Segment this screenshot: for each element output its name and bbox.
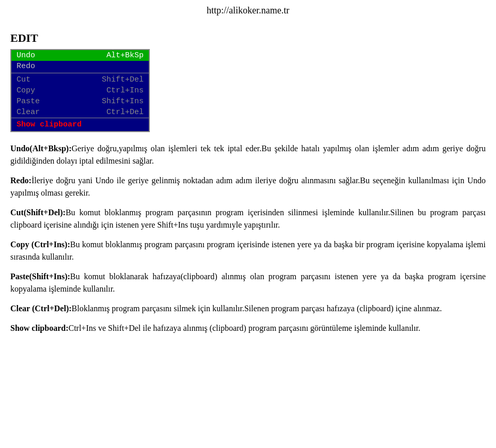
clear-bold: Clear (Ctrl+Del):: [10, 304, 72, 313]
menu-item-clear-label: Clear: [17, 108, 40, 117]
paragraph-redo: Redo:İleriye doğru yani Undo ile geriye …: [10, 174, 486, 199]
undo-text: Geriye doğru,yapılmış olan işlemleri tek…: [10, 144, 486, 165]
show-clipboard-text: Ctrl+Ins ve Shift+Del ile hafızaya alınm…: [68, 324, 420, 332]
copy-text: Bu komut bloklanmış program parçasını pr…: [10, 240, 486, 261]
menu-box[interactable]: Undo Alt+BkSp Redo Cut Shift+Del Copy Ct…: [10, 49, 150, 132]
menu-item-copy-shortcut: Ctrl+Ins: [106, 86, 144, 95]
menu-item-redo-label: Redo: [17, 62, 35, 71]
menu-item-undo-shortcut: Alt+BkSp: [106, 51, 144, 60]
menu-item-paste-shortcut: Shift+Ins: [102, 97, 144, 106]
paste-bold: Paste(Shift+Ins):: [10, 272, 70, 281]
menu-item-copy-label: Copy: [17, 86, 35, 95]
paragraph-undo: Undo(Alt+Bksp):Geriye doğru,yapılmış ola…: [10, 142, 486, 167]
cut-bold: Cut(Shift+Del):: [10, 208, 66, 217]
menu-divider-1: [11, 73, 149, 73]
show-clipboard-item[interactable]: Show clipboard: [11, 118, 149, 131]
menu-item-redo[interactable]: Redo: [11, 61, 149, 72]
menu-item-undo[interactable]: Undo Alt+BkSp: [11, 50, 149, 61]
menu-item-paste-label: Paste: [17, 97, 40, 106]
clear-text: Bloklanmış program parçasını silmek için…: [72, 304, 442, 313]
menu-item-cut-label: Cut: [17, 75, 30, 84]
menu-item-copy[interactable]: Copy Ctrl+Ins: [11, 85, 149, 96]
show-clipboard-bold: Show clipboard:: [10, 324, 68, 332]
menu-item-undo-label: Undo: [17, 51, 35, 60]
paragraph-cut: Cut(Shift+Del):Bu komut bloklanmış progr…: [10, 206, 486, 231]
paragraph-clear: Clear (Ctrl+Del):Bloklanmış program parç…: [10, 302, 486, 315]
redo-text: İleriye doğru yani Undo ile geriye gelin…: [10, 176, 486, 197]
paragraph-paste: Paste(Shift+Ins):Bu komut bloklanarak ha…: [10, 270, 486, 295]
redo-bold: Redo:: [10, 176, 32, 185]
menu-item-cut-shortcut: Shift+Del: [102, 75, 144, 84]
copy-bold: Copy (Ctrl+Ins):: [10, 240, 70, 249]
edit-label: EDIT: [10, 31, 486, 45]
paste-text: Bu komut bloklanarak hafızaya(clipboard)…: [10, 272, 486, 293]
menu-item-clear[interactable]: Clear Ctrl+Del: [11, 107, 149, 118]
menu-item-cut[interactable]: Cut Shift+Del: [11, 74, 149, 85]
paragraph-copy: Copy (Ctrl+Ins):Bu komut bloklanmış prog…: [10, 238, 486, 263]
paragraph-show-clipboard: Show clipboard:Ctrl+Ins ve Shift+Del ile…: [10, 322, 486, 334]
content-area: Undo(Alt+Bksp):Geriye doğru,yapılmış ola…: [10, 142, 486, 334]
menu-item-paste[interactable]: Paste Shift+Ins: [11, 96, 149, 107]
page-header: http://alikoker.name.tr: [10, 5, 486, 16]
menu-item-clear-shortcut: Ctrl+Del: [106, 108, 144, 117]
undo-bold: Undo(Alt+Bksp):: [10, 144, 71, 153]
cut-text: Bu komut bloklanmış program parçasının p…: [10, 208, 486, 229]
